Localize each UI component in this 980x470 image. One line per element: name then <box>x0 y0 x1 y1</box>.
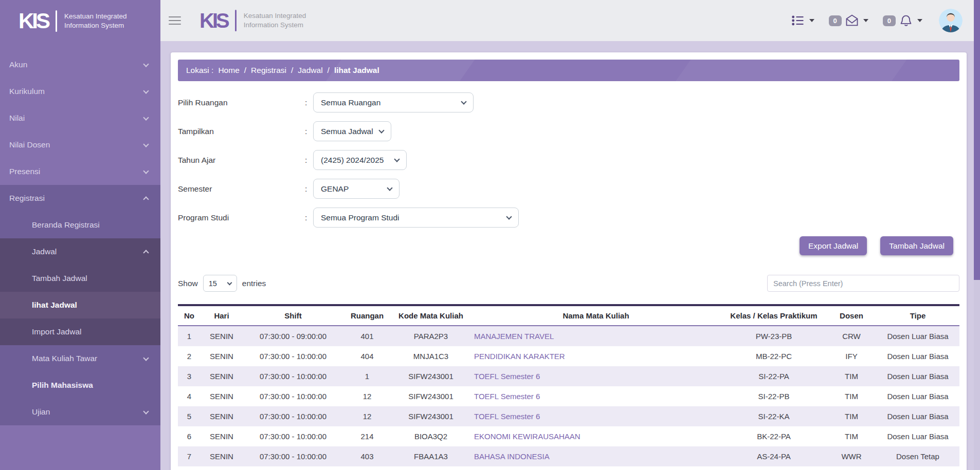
notifications-menu[interactable]: 0 <box>883 13 922 28</box>
cell-ruangan: 401 <box>343 326 391 346</box>
mata-kuliah-link[interactable]: MANAJEMEN TRAVEL <box>474 332 554 341</box>
cell-dosen: TIM <box>827 366 876 386</box>
sidebar-item-akun[interactable]: Akun <box>0 51 160 78</box>
sidebar-item-ujian[interactable]: Ujian <box>0 399 160 425</box>
scrollbar-thumb[interactable] <box>974 0 980 280</box>
user-avatar[interactable] <box>939 9 963 32</box>
col-header-dosen[interactable]: Dosen <box>827 305 876 326</box>
col-header-tipe[interactable]: Tipe <box>876 305 959 326</box>
sidebar-item-label: Presensi <box>9 167 40 176</box>
mata-kuliah-link[interactable]: TOEFL Semester 6 <box>474 392 540 401</box>
export-jadwal-button[interactable]: Export Jadwal <box>800 236 867 255</box>
filter-colon: : <box>305 184 313 194</box>
table-row: 7SENIN07:30:00 - 10:00:00403FBAA1A3BAHAS… <box>178 446 959 466</box>
notification-count-badge: 0 <box>883 15 896 26</box>
cell-nama-mata-kuliah: TOEFL Semester 6 <box>471 366 721 386</box>
breadcrumb-link-registrasi[interactable]: Registrasi <box>251 66 286 75</box>
content-area: Lokasi : Home / Registrasi / Jadwal / li… <box>160 41 980 470</box>
col-header-no[interactable]: No <box>178 305 201 326</box>
cell-dosen: TIM <box>827 406 876 426</box>
select-program-studi[interactable]: Semua Program Studi <box>313 208 519 228</box>
app-name-line1: Kesatuan Integrated <box>244 12 306 20</box>
cell-hari: SENIN <box>201 406 243 426</box>
table-head: NoHariShiftRuanganKode Mata KuliahNama M… <box>178 305 959 326</box>
page-size-select[interactable]: 15 <box>203 275 237 292</box>
page-scrollbar[interactable] <box>974 0 980 470</box>
cell-tipe: Dosen Luar Biasa <box>876 346 959 366</box>
select-pilih-ruangan[interactable]: Semua Ruangan <box>313 92 474 112</box>
cell-kelas: TI-24-PA <box>721 466 827 470</box>
chevron-down-icon <box>461 99 466 104</box>
cell-ruangan: 12 <box>343 406 391 426</box>
sidebar-item-label: Akun <box>9 60 27 69</box>
cell-ruangan: 402 <box>343 466 391 470</box>
select-tampilkan[interactable]: Semua Jadwal <box>313 121 391 141</box>
main-column: KIS Kesatuan Integrated Information Syst… <box>160 0 980 470</box>
sidebar-item-presensi[interactable]: Presensi <box>0 158 160 185</box>
breadcrumb-label: Lokasi : <box>186 66 213 75</box>
cell-kode-mata-kuliah: TIFR1M3 <box>391 466 471 470</box>
filter-label: Tampilkan <box>178 127 305 136</box>
sidebar-item-lihat-jadwal[interactable]: lihat Jadwal <box>0 292 160 318</box>
col-header-kelas-kelas-praktikum[interactable]: Kelas / Kelas Praktikum <box>721 305 827 326</box>
tasks-menu[interactable] <box>791 13 814 28</box>
cell-no: 6 <box>178 426 201 446</box>
cell-dosen: IFY <box>827 346 876 366</box>
table-row: 3SENIN07:30:00 - 10:00:001SIFW243001TOEF… <box>178 366 959 386</box>
col-header-nama-mata-kuliah[interactable]: Nama Mata Kuliah <box>471 305 721 326</box>
sidebar-item-nilai[interactable]: Nilai <box>0 105 160 131</box>
sidebar-item-jadwal[interactable]: Jadwal <box>0 238 160 265</box>
cell-nama-mata-kuliah: TOEFL Semester 6 <box>471 406 721 426</box>
cell-shift: 07:30:00 - 10:00:00 <box>243 406 343 426</box>
cell-nama-mata-kuliah: MANAJEMEN TRAVEL <box>471 326 721 346</box>
sidebar-item-nilai-dosen[interactable]: Nilai Dosen <box>0 131 160 158</box>
sidebar-item-kurikulum[interactable]: Kurikulum <box>0 78 160 105</box>
mata-kuliah-link[interactable]: PENDIDIKAN KARAKTER <box>474 352 565 361</box>
mata-kuliah-link[interactable]: TOEFL Semester 6 <box>474 412 540 421</box>
list-icon <box>791 13 805 28</box>
select-semester[interactable]: GENAP <box>313 179 400 199</box>
sidebar-item-pilih-mahasiswa[interactable]: Pilih Mahasiswa <box>0 372 160 399</box>
sidebar-logo: KIS Kesatuan Integrated Information Syst… <box>0 0 160 42</box>
mata-kuliah-link[interactable]: BAHASA INDONESIA <box>474 452 550 461</box>
cell-shift: 07:30:00 - 10:00:00 <box>243 366 343 386</box>
search-input[interactable] <box>767 275 959 292</box>
col-header-kode-mata-kuliah[interactable]: Kode Mata Kuliah <box>391 305 471 326</box>
breadcrumb-link-home[interactable]: Home <box>218 66 239 75</box>
messages-menu[interactable]: 0 <box>829 13 868 28</box>
hamburger-menu-icon[interactable] <box>169 16 181 25</box>
sidebar-item-label: Registrasi <box>9 194 45 203</box>
table-row: 1SENIN07:30:00 - 09:00:00401PARA2P3MANAJ… <box>178 326 959 346</box>
tambah-jadwal-button[interactable]: Tambah Jadwal <box>880 236 953 255</box>
filter-row-program-studi: Program Studi:Semua Program Studi <box>178 208 959 228</box>
col-header-ruangan[interactable]: Ruangan <box>343 305 391 326</box>
filter-row-tampilkan: Tampilkan:Semua Jadwal <box>178 121 959 141</box>
actions-row: Export Jadwal Tambah Jadwal <box>178 236 959 255</box>
sidebar-item-beranda-registrasi[interactable]: Beranda Registrasi <box>0 212 160 238</box>
kis-logo: KIS <box>19 10 48 32</box>
mata-kuliah-link[interactable]: TOEFL Semester 6 <box>474 372 540 381</box>
chevron-down-icon <box>143 168 149 174</box>
sidebar-item-registrasi[interactable]: Registrasi <box>0 185 160 212</box>
col-header-hari[interactable]: Hari <box>201 305 243 326</box>
cell-tipe: Dosen Tetap <box>876 446 959 466</box>
cell-kode-mata-kuliah: SIFW243001 <box>391 406 471 426</box>
cell-kelas: SI-22-PA <box>721 366 827 386</box>
cell-kode-mata-kuliah: PARA2P3 <box>391 326 471 346</box>
cell-dosen: TIM <box>827 426 876 446</box>
sidebar-item-import-jadwal[interactable]: Import Jadwal <box>0 318 160 345</box>
select-tahun-ajar[interactable]: (2425) 2024/2025 <box>313 150 407 170</box>
sidebar-item-mata-kuliah-tawar[interactable]: Mata Kuliah Tawar <box>0 345 160 372</box>
mata-kuliah-link[interactable]: EKONOMI KEWIRAUSAHAAN <box>474 432 580 441</box>
sidebar-item-tambah-jadwal[interactable]: Tambah Jadwal <box>0 265 160 292</box>
caret-down-icon <box>917 19 922 22</box>
cell-kode-mata-kuliah: MNJA1C3 <box>391 346 471 366</box>
filter-colon: : <box>305 98 313 107</box>
breadcrumb-link-jadwal[interactable]: Jadwal <box>298 66 322 75</box>
cell-hari: SENIN <box>201 446 243 466</box>
show-label: Show <box>178 279 198 288</box>
col-header-shift[interactable]: Shift <box>243 305 343 326</box>
app-name-header: Kesatuan Integrated Information System <box>244 11 306 29</box>
filter-label: Pilih Ruangan <box>178 98 305 107</box>
select-value: Semua Jadwal <box>321 127 373 136</box>
